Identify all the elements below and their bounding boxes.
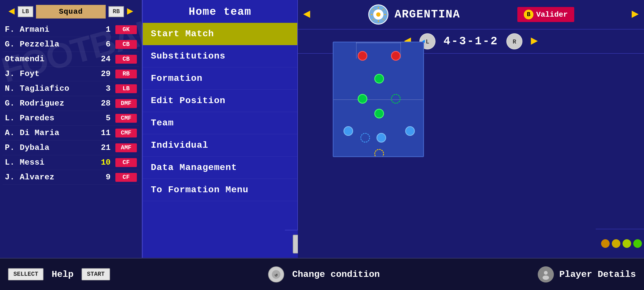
right-nav-arrow[interactable]: ► <box>127 6 133 18</box>
svg-point-35 <box>543 276 549 280</box>
position-badge: CF <box>115 158 137 167</box>
player-number: 9 <box>92 173 111 182</box>
player-name: A. Di Maria <box>5 128 92 137</box>
rb-button[interactable]: RB <box>108 6 124 17</box>
color-dots <box>601 239 644 248</box>
player-details-icon <box>538 266 554 282</box>
strat-area: Strat. MA <box>596 229 644 258</box>
sellect-button[interactable]: SELLECT <box>8 268 43 280</box>
menu-list: Start MatchSubstitutionsFormationEdit Po… <box>143 23 297 201</box>
pitch-dot-green-1 <box>374 74 384 84</box>
menu-item-substitutions[interactable]: Substitutions <box>143 45 297 67</box>
svg-text:L: L <box>426 39 429 45</box>
player-name: P. Dybala <box>5 143 92 152</box>
player-number: 21 <box>92 143 111 152</box>
position-badge: CMF <box>115 129 137 137</box>
position-badge: AMF <box>115 143 137 152</box>
position-badge: CF <box>115 173 137 182</box>
svg-point-34 <box>544 271 548 275</box>
svg-text:↺: ↺ <box>275 272 278 278</box>
player-number: 11 <box>92 128 111 137</box>
player-row[interactable]: G. Rodriguez28DMF <box>3 96 139 111</box>
player-number: 1 <box>92 25 111 34</box>
player-row[interactable]: L. Messi10CF <box>3 155 139 170</box>
player-row[interactable]: N. Tagliafico3LB <box>3 81 139 96</box>
player-number: 24 <box>92 55 111 64</box>
right-header: ◄ ARGENTINA <box>298 0 644 30</box>
b-badge: B <box>524 10 533 19</box>
player-name: J. Alvarez <box>5 173 92 182</box>
left-panel: ◄ LB Squad RB ► FOOTBAL F. Armani1GKG. P… <box>0 0 142 290</box>
player-number: 5 <box>92 114 111 123</box>
player-row[interactable]: G. Pezzella6CB <box>3 37 139 52</box>
left-nav-arrow[interactable]: ◄ <box>9 6 15 18</box>
team-name: ARGENTINA <box>394 8 460 21</box>
player-name: Otamendi <box>5 55 92 64</box>
right-panel-right-arrow[interactable]: ► <box>631 8 639 21</box>
player-number: 29 <box>92 69 111 78</box>
svg-text:R: R <box>513 39 517 45</box>
pitch-dot-green-dashed-1 <box>391 94 401 104</box>
position-badge: GK <box>115 25 137 34</box>
player-name: G. Pezzella <box>5 40 92 49</box>
pitch-dot-red-1 <box>358 51 367 61</box>
pitch-container <box>333 42 424 157</box>
menu-item-data-management[interactable]: Data Management <box>143 157 297 179</box>
squad-button[interactable]: Squad <box>36 5 106 19</box>
valider-button[interactable]: B Valider <box>517 7 574 22</box>
color-dot-orange <box>601 239 610 248</box>
pitch-dot-yellow-dashed <box>374 149 384 157</box>
lb-button[interactable]: LB <box>18 6 33 17</box>
squad-header: ◄ LB Squad RB ► <box>0 0 142 22</box>
player-number: 3 <box>92 84 111 93</box>
pitch-dot-cyan-1 <box>343 126 353 136</box>
right-panel-left-arrow[interactable]: ◄ <box>303 8 310 21</box>
player-row[interactable]: J. Foyt29RB <box>3 67 139 81</box>
right-panel: ◄ ARGENTINA <box>298 0 644 290</box>
change-condition-button[interactable]: ↺ <box>268 266 284 282</box>
valider-label: Valider <box>536 10 568 19</box>
team-logo-area: ARGENTINA <box>368 4 460 25</box>
player-name: L. Paredes <box>5 114 92 123</box>
menu-item-start-match[interactable]: Start Match <box>143 23 297 45</box>
menu-item-formation[interactable]: Formation <box>143 67 297 90</box>
position-badge: CB <box>115 55 137 64</box>
pitch-dot-green-3 <box>374 109 384 118</box>
color-dot-green1 <box>633 239 642 248</box>
team-logo <box>368 4 389 25</box>
position-badge: DMF <box>115 99 137 108</box>
menu-item-to-formation-menu[interactable]: To Formation Menu <box>143 179 297 201</box>
player-row[interactable]: Otamendi24CB <box>3 52 139 67</box>
player-row[interactable]: J. Alvarez9CF <box>3 170 139 185</box>
player-details-label: Player Details <box>559 269 636 280</box>
player-name: G. Rodriguez <box>5 99 92 108</box>
start-button[interactable]: START <box>82 268 110 280</box>
player-row[interactable]: A. Di Maria11CMF <box>3 126 139 140</box>
player-row[interactable]: F. Armani1GK <box>3 22 139 37</box>
pitch-dot-cyan-dashed-1 <box>360 133 370 143</box>
menu-item-individual[interactable]: Individual <box>143 134 297 157</box>
menu-item-edit-position[interactable]: Edit Position <box>143 90 297 112</box>
position-badge: RB <box>115 70 137 78</box>
player-name: N. Tagliafico <box>5 84 92 93</box>
player-number: 28 <box>92 99 111 108</box>
r-circle: R <box>506 33 522 49</box>
menu-item-team[interactable]: Team <box>143 112 297 134</box>
color-dot-yellow2 <box>623 239 631 248</box>
player-row[interactable]: P. Dybala21AMF <box>3 140 139 155</box>
player-name: J. Foyt <box>5 69 92 78</box>
player-details-area: Player Details <box>538 266 636 282</box>
player-row[interactable]: L. Paredes5CMF <box>3 111 139 126</box>
change-condition-label: Change condition <box>292 269 380 280</box>
pitch-dot-cyan-2 <box>376 133 386 143</box>
player-number: 6 <box>92 40 111 49</box>
pitch-dot-green-2 <box>358 94 367 104</box>
home-team-header: Home team <box>143 0 297 23</box>
player-list: F. Armani1GKG. Pezzella6CBOtamendi24CBJ.… <box>0 22 142 185</box>
formation-text: 4-3-1-2 <box>444 35 498 48</box>
player-number: 10 <box>92 158 111 167</box>
formation-right-arrow[interactable]: ► <box>530 35 538 48</box>
color-dot-yellow1 <box>612 239 620 248</box>
help-label: Help <box>52 269 74 280</box>
position-badge: CB <box>115 40 137 49</box>
